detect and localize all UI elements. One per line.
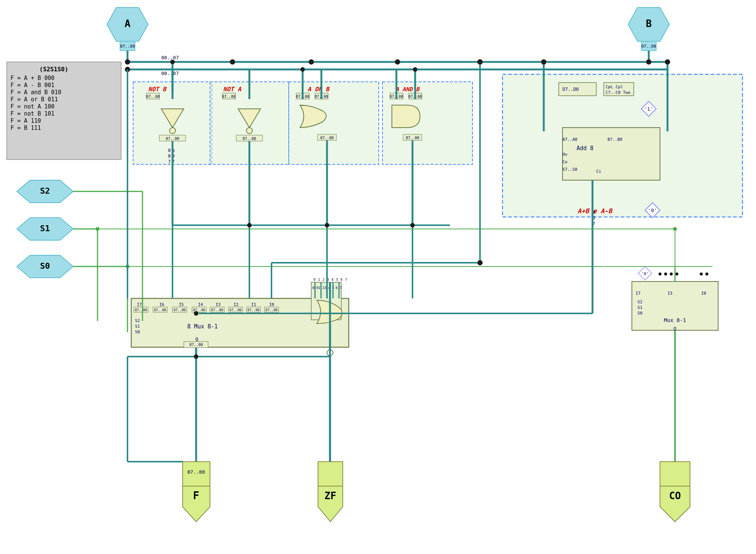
notb-out-0: 0: [168, 148, 171, 153]
input-a-label: A: [124, 18, 130, 29]
mux-co-i0: I0: [701, 291, 706, 296]
zf-bit-1: 1: [318, 278, 320, 282]
legend-row-6: F = not B 101: [10, 110, 54, 117]
mux-s2-label: S2: [135, 318, 140, 323]
legend-row-4: F = A or B 011: [10, 96, 58, 103]
dot-a-adder: [541, 59, 546, 65]
mux-i4: I4: [198, 302, 203, 307]
gate-and-title: A AND B: [396, 86, 420, 93]
mux-s0-label: S0: [135, 330, 140, 334]
input-b-label: B: [646, 18, 652, 29]
gate-or-title: A OR B: [308, 86, 330, 93]
zf-bit-3: 3: [327, 278, 329, 282]
mux-i3: I3: [216, 302, 220, 307]
output-zf-box: [318, 462, 343, 486]
mux-co-s1: S1: [638, 305, 642, 310]
and-out-bus: 07..00: [406, 136, 419, 140]
const-0-label: '0': [648, 208, 657, 213]
mux-pin-i3-bus: 07..00: [211, 308, 224, 312]
zf-bit-5: 5: [336, 278, 338, 282]
notb-out-07: 0: [168, 154, 171, 159]
bus-a-label: 00..07: [161, 55, 179, 60]
mux-pin-i7-bus: 07..00: [135, 308, 147, 312]
mux-i2: I2: [234, 302, 238, 307]
input-s0-label: S0: [40, 261, 50, 271]
input-s2-label: S2: [40, 186, 50, 196]
input-a-bus: 07..00: [120, 44, 135, 49]
dot-1280-bus: [477, 59, 483, 65]
mux-pin-i5-bus: 07..00: [174, 308, 186, 312]
zf-bit-4: 4: [332, 278, 333, 282]
const-0-co-label: '0': [641, 271, 649, 276]
output-f-bus: 07..00: [188, 469, 205, 475]
legend-row-7: F = A 110: [10, 117, 41, 124]
input-b-bus: 07..00: [641, 44, 656, 49]
mux-i5: I5: [179, 302, 184, 307]
dot-co2: [664, 272, 667, 275]
mux-q-label: Q: [195, 336, 198, 342]
mux-i0: I0: [269, 302, 274, 307]
dot-1280-700: [477, 260, 483, 265]
dot-b-bus1: [646, 59, 651, 65]
dot-co6: [705, 272, 708, 275]
dot-b-adder: [665, 59, 670, 65]
zf-bit-6: 6: [340, 278, 342, 282]
not-b-in-bus: 07..00: [146, 95, 160, 99]
output-zf-label: ZF: [324, 490, 336, 501]
legend-row-5: F = not A 100: [10, 103, 54, 110]
dot-1100-600: [410, 223, 415, 227]
dot-a-bus1: [125, 59, 130, 65]
mux-co-s2: S2: [638, 300, 642, 304]
mux-co-i7: I7: [636, 291, 640, 296]
not-b-bubble: [170, 128, 176, 134]
not-b-out-bus: 07..00: [166, 137, 179, 141]
not-a-out-bus: 07..00: [243, 137, 256, 141]
zf-bit-2: 2: [322, 278, 324, 282]
zf-col-3: 3: [324, 286, 326, 290]
gate-not-a-title: NOT A: [223, 86, 242, 93]
and-gate-shape: [392, 105, 420, 128]
dot-co3: [670, 272, 673, 275]
mux-co-s0: S0: [638, 311, 642, 316]
zf-bit-7: 7: [345, 278, 347, 282]
mux-pin-i4-bus: 07..00: [193, 308, 206, 312]
adder-block: [562, 128, 660, 180]
mux-i6: I6: [159, 302, 164, 307]
mux-co-i3: I3: [668, 291, 672, 296]
mux-pin-i6-bus: 07..00: [154, 308, 166, 312]
mux-s1-label: S1: [135, 324, 140, 329]
mux-pin-i2-bus: 07..00: [230, 308, 242, 312]
dot-co5: [700, 272, 703, 275]
adder-ci: Ci: [596, 169, 601, 174]
zf-bit-0: 0: [314, 278, 315, 282]
mux-co-label: Mux 8-1: [664, 317, 686, 323]
dot-460-165: [170, 60, 175, 64]
legend-row-3: F = A and B 010: [10, 89, 61, 96]
adder-b: B7..B0: [608, 137, 622, 142]
mux-i7: I7: [137, 302, 142, 307]
dot-and-in2: [413, 67, 417, 72]
dot-665-600: [247, 223, 252, 227]
dot-bus-620: [230, 59, 235, 65]
adder-co: Co: [562, 160, 567, 164]
not-a-bubble: [246, 128, 252, 134]
adder-label: Add 8: [576, 145, 593, 152]
adder-c7c0-label: C7..C0 Two: [606, 90, 630, 95]
bus-a-label2: 00..07: [161, 71, 179, 76]
dot-bus-1060: [395, 59, 400, 65]
dot-mux-i4: [194, 311, 198, 316]
legend-row-8: F = B 111: [10, 125, 41, 131]
mux-out-bus: 07..00: [189, 343, 203, 347]
legend-row-2: F = A - B 001: [10, 82, 54, 89]
not-a-in-bus: 07..00: [222, 95, 236, 99]
notb-out-7: 7: [168, 159, 171, 164]
mux-main-label: 8 Mux 8-1: [187, 323, 218, 330]
dot-or-in1: [300, 67, 305, 72]
legend-row-1: F = A + B 000: [10, 75, 54, 81]
dot-mux-out: [194, 354, 198, 359]
adder-a: A7..A0: [562, 137, 578, 142]
mux-pin-i0-bus: 07..00: [266, 308, 278, 312]
dot-872-600: [325, 223, 329, 227]
const-1-label: '1': [644, 106, 653, 112]
output-co-label: CO: [669, 490, 681, 501]
